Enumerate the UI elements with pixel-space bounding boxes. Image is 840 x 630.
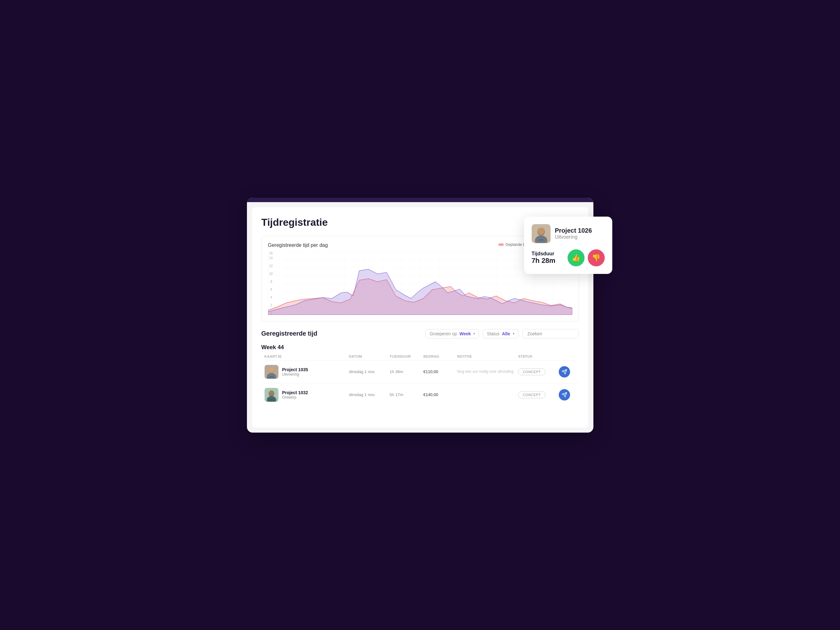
col-status: STATUS [518, 354, 559, 358]
project-info-2: Project 1032 Ontwerp [265, 388, 349, 402]
svg-text:4: 4 [270, 295, 272, 299]
top-bar [247, 198, 594, 202]
svg-text:16: 16 [269, 252, 272, 255]
project-name-2: Project 1032 [282, 390, 308, 395]
page-wrapper: Project 1026 Uitvoering Tijdsduur 7h 28m… [247, 198, 594, 433]
project-info-1: Project 1035 Uitvoering [265, 365, 349, 379]
datum-2: dinsdag 1 nov. [349, 392, 390, 397]
group-by-value: Week [459, 331, 471, 336]
week-label: Week 44 [261, 344, 579, 351]
status-filter-chevron: ▾ [513, 332, 514, 335]
tijdsduur-1: 1h 36m [390, 369, 423, 374]
tijdsduur-2: 5h 17m [390, 392, 423, 397]
tijdsduur-info: Tijdsduur 7h 28m [532, 251, 556, 265]
group-by-chevron: ▾ [474, 332, 475, 335]
bedrag-1: €110,00 [423, 369, 457, 374]
send-button-1[interactable] [559, 366, 570, 378]
svg-point-21 [269, 391, 274, 395]
project-sub-2: Ontwerp [282, 395, 308, 400]
table-header-row: Geregistreerde tijd Groeperen op Week ▾ … [261, 329, 579, 339]
col-notitie: NOTITIE [457, 354, 518, 358]
project-text-2: Project 1032 Ontwerp [282, 390, 308, 400]
svg-text:12: 12 [269, 264, 272, 267]
action-buttons: 👍 👎 [568, 249, 605, 266]
status-badge-2: CONCEPT [518, 391, 546, 398]
col-kaartje: KAARTJE [265, 354, 349, 358]
group-by-label: Groeperen op [429, 331, 457, 336]
bedrag-2: €140,00 [423, 392, 457, 397]
notitie-1: Nog een uur nodig voor afronding [457, 369, 518, 374]
section-title: Geregistreerde tijd [261, 330, 422, 337]
datum-1: dinsdag 1 nov. [349, 369, 390, 374]
tijdsduur-label: Tijdsduur [532, 251, 556, 257]
chart-title: Geregistreerde tijd per dag [268, 243, 328, 248]
status-badge-1: CONCEPT [518, 369, 546, 375]
floating-avatar [532, 224, 551, 243]
project-name-1: Project 1035 [282, 367, 308, 372]
status-2: CONCEPT [518, 391, 559, 398]
floating-project-info: Project 1026 Uitvoering [555, 227, 592, 240]
floating-project-sub: Uitvoering [555, 234, 592, 240]
svg-text:8: 8 [270, 280, 272, 283]
action-1[interactable] [559, 366, 576, 378]
svg-point-17 [269, 367, 274, 372]
col-bedrag: BEDRAG [423, 354, 457, 358]
legend-planned-icon [499, 243, 504, 246]
floating-approval-card: Project 1026 Uitvoering Tijdsduur 7h 28m… [524, 217, 612, 274]
table-row: Project 1035 Uitvoering dinsdag 1 nov. 1… [261, 360, 579, 383]
avatar-row2 [265, 388, 278, 402]
floating-card-body: Tijdsduur 7h 28m 👍 👎 [532, 249, 605, 266]
col-action [559, 354, 576, 358]
project-sub-1: Uitvoering [282, 372, 308, 376]
svg-text:10: 10 [269, 272, 272, 275]
table-section: Geregistreerde tijd Groeperen op Week ▾ … [261, 329, 579, 406]
search-input[interactable]: Zoeken [522, 329, 579, 339]
search-placeholder: Zoeken [527, 331, 542, 336]
approve-button[interactable]: 👍 [568, 249, 584, 266]
table-row: Project 1032 Ontwerp dinsdag 1 nov. 5h 1… [261, 383, 579, 406]
status-filter-value: Alle [502, 331, 510, 336]
svg-text:0: 0 [270, 311, 272, 315]
project-text-1: Project 1035 Uitvoering [282, 367, 308, 376]
floating-project-name: Project 1026 [555, 227, 592, 234]
send-button-2[interactable] [559, 389, 570, 400]
floating-card-header: Project 1026 Uitvoering [532, 224, 605, 243]
col-datum: DATUM [349, 354, 390, 358]
table-column-headers: KAARTJE DATUM TIJDSDUUR BEDRAG NOTITIE S… [261, 354, 579, 358]
status-filter-label: Status [487, 331, 499, 336]
avatar-row1 [265, 365, 278, 379]
svg-text:2: 2 [270, 303, 272, 307]
status-1: CONCEPT [518, 369, 559, 375]
group-by-filter[interactable]: Groeperen op Week ▾ [426, 329, 479, 339]
reject-button[interactable]: 👎 [588, 249, 605, 266]
svg-point-2 [538, 228, 544, 235]
legend-planned: Geplande tijd [499, 243, 528, 247]
svg-text:14: 14 [269, 256, 272, 260]
col-tijdsduur: TIJDSDUUR [390, 354, 423, 358]
status-filter[interactable]: Status Alle ▾ [483, 329, 518, 339]
svg-text:6: 6 [270, 287, 272, 291]
action-2[interactable] [559, 389, 576, 400]
tijdsduur-value: 7h 28m [532, 257, 556, 265]
